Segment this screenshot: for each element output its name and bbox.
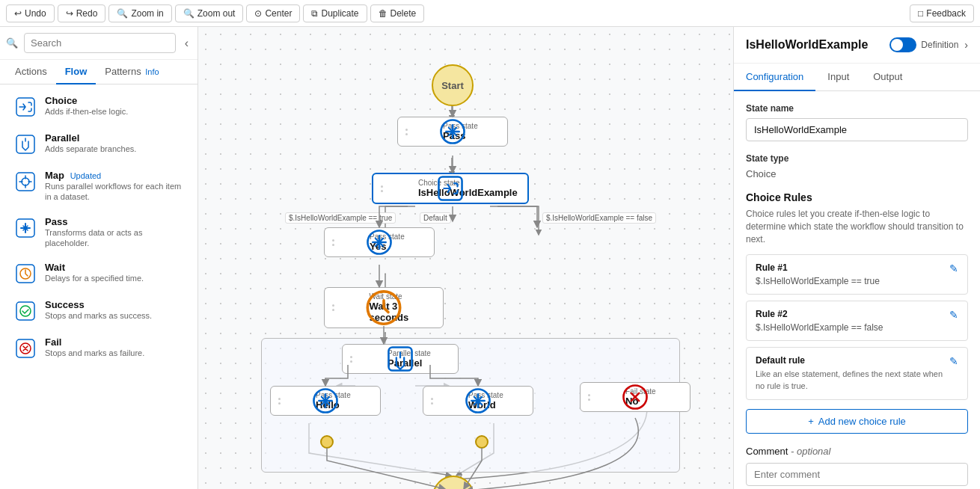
pass-item-icon [13, 216, 37, 240]
success-item-name: Success [45, 299, 152, 310]
rule-2-edit-button[interactable]: ✎ [949, 309, 958, 321]
tab-patterns[interactable]: Patterns Info [96, 60, 168, 84]
panel-tab-configuration[interactable]: Configuration [734, 64, 815, 91]
pass-state-yes-node[interactable]: Pass state Yes [324, 227, 435, 257]
pass-state-world-node[interactable]: Pass state World [423, 386, 533, 416]
wait-item-name: Wait [45, 262, 144, 273]
default-rule-card: Default rule Like an else statement, def… [746, 347, 968, 400]
parallel-item-name: Parallel [45, 132, 136, 144]
toggle-switch[interactable] [889, 37, 916, 52]
fail-item-name: Fail [45, 336, 144, 348]
duplicate-button[interactable]: ⧉ Duplicate [303, 4, 367, 22]
parallel-state-node[interactable]: Parallel state Parallel [342, 344, 459, 374]
comment-optional-label: - optional [791, 446, 830, 457]
zoom-out-icon: 🔍 [183, 8, 195, 19]
search-bar: 🔍 ‹ [0, 27, 197, 60]
pass-state-hello-node[interactable]: Pass state Hello [270, 386, 381, 416]
toolbar: ↩ Undo ↪ Redo 🔍 Zoom in 🔍 Zoom out ⊙ Cen… [0, 0, 980, 27]
zoom-in-button[interactable]: 🔍 Zoom in [108, 4, 171, 22]
sidebar: 🔍 ‹ Actions Flow Patterns Info Choice [0, 27, 198, 489]
fail-state-node[interactable]: Fail state No [580, 382, 690, 412]
add-rule-button[interactable]: + Add new choice rule [746, 409, 968, 434]
state-name-input[interactable] [746, 118, 968, 141]
search-icon: 🔍 [6, 37, 18, 49]
undo-icon: ↩ [14, 8, 22, 19]
choice-rules-group: Choice Rules Choice rules let you create… [746, 191, 968, 434]
svg-point-8 [20, 306, 31, 316]
sidebar-tabs: Actions Flow Patterns Info [0, 60, 197, 84]
choice-icon [394, 179, 412, 197]
map-item-icon [13, 170, 37, 194]
panel-title: IsHelloWorldExample [746, 38, 868, 52]
list-item-choice[interactable]: Choice Adds if-then-else logic. [4, 89, 193, 125]
pass-item-desc: Transforms data or acts as placeholder. [45, 227, 184, 249]
fail-icon [601, 388, 619, 406]
list-item-map[interactable]: Map Updated Runs parallel workflows for … [4, 164, 193, 209]
flow-canvas[interactable]: Start Pass state Pass Choice state IsHel… [198, 27, 733, 489]
default-branch-label: Default [420, 212, 451, 224]
hello-terminal-node [320, 435, 334, 449]
rule-1-card: Rule #1 $.IsHelloWorldExample == true ✎ [746, 254, 968, 295]
map-item-name: Map Updated [45, 170, 184, 181]
tab-actions[interactable]: Actions [6, 60, 56, 84]
comment-label: Comment [746, 446, 788, 457]
items-list: Choice Adds if-then-else logic. Parallel… [0, 84, 197, 489]
undo-button[interactable]: ↩ Undo [6, 4, 55, 22]
false-branch-label: $.IsHelloWorldExample == false [542, 212, 656, 224]
delete-button[interactable]: 🗑 Delete [370, 4, 425, 22]
search-input[interactable] [24, 33, 176, 53]
delete-icon: 🗑 [379, 8, 388, 19]
right-panel: IsHelloWorldExample Definition › Configu… [733, 27, 980, 489]
success-item-desc: Stops and marks as success. [45, 310, 152, 321]
success-item-text: Success Stops and marks as success. [45, 299, 152, 321]
redo-button[interactable]: ↪ Redo [58, 4, 106, 22]
comment-input[interactable] [746, 463, 968, 486]
choice-item-text: Choice Adds if-then-else logic. [45, 95, 128, 117]
wait-item-icon [13, 262, 37, 286]
feedback-button[interactable]: □ Feedback [910, 4, 974, 22]
list-item-success[interactable]: Success Stops and marks as success. [4, 293, 193, 329]
world-terminal-node [475, 435, 489, 449]
choice-item-icon [13, 95, 37, 119]
fail-item-text: Fail Stops and marks as failure. [45, 336, 144, 358]
center-icon: ⊙ [254, 8, 262, 19]
add-icon: + [808, 416, 814, 427]
map-item-desc: Runs parallel workflows for each item in… [45, 181, 184, 203]
sidebar-collapse-button[interactable]: ‹ [182, 35, 192, 52]
pass-state-pass-node[interactable]: Pass state Pass [397, 117, 508, 147]
zoom-out-button[interactable]: 🔍 Zoom out [175, 4, 244, 22]
wait-state-node[interactable]: Wait state Wait 3 seconds [324, 287, 444, 328]
choice-state-node[interactable]: Choice state IsHelloWorldExample [372, 173, 529, 204]
state-name-group: State name [746, 103, 968, 141]
end-node[interactable]: End [432, 476, 474, 489]
list-item-wait[interactable]: Wait Delays for a specified time. [4, 256, 193, 292]
start-node[interactable]: Start [432, 64, 474, 106]
fail-item-icon [13, 336, 37, 360]
parallel-node-icon [364, 350, 382, 368]
choice-rules-title: Choice Rules [746, 191, 968, 203]
panel-tabs: Configuration Input Output [734, 64, 980, 91]
pass-item-name: Pass [45, 216, 184, 227]
list-item-parallel[interactable]: Parallel Adds separate branches. [4, 126, 193, 162]
panel-body: State name State type Choice Choice Rule… [734, 91, 980, 489]
state-type-value: Choice [746, 168, 968, 179]
zoom-in-icon: 🔍 [117, 8, 128, 19]
panel-chevron-right[interactable]: › [964, 39, 968, 51]
list-item-pass[interactable]: Pass Transforms data or acts as placehol… [4, 210, 193, 255]
duplicate-icon: ⧉ [311, 8, 318, 19]
parallel-item-desc: Adds separate branches. [45, 144, 136, 154]
panel-tab-output[interactable]: Output [861, 64, 914, 91]
tab-flow[interactable]: Flow [56, 60, 97, 84]
center-button[interactable]: ⊙ Center [246, 4, 300, 22]
true-branch-label: $.IsHelloWorldExample == true [285, 212, 396, 224]
comment-group: Comment - optional [746, 446, 968, 486]
panel-tab-input[interactable]: Input [815, 64, 861, 91]
definition-toggle[interactable]: Definition [889, 37, 958, 52]
main-layout: 🔍 ‹ Actions Flow Patterns Info Choice [0, 27, 980, 489]
default-rule-edit-button[interactable]: ✎ [949, 355, 958, 367]
rule-1-edit-button[interactable]: ✎ [949, 262, 958, 274]
success-item-icon [13, 299, 37, 323]
list-item-fail[interactable]: Fail Stops and marks as failure. [4, 330, 193, 366]
pass-item-text: Pass Transforms data or acts as placehol… [45, 216, 184, 249]
redo-icon: ↪ [66, 8, 73, 19]
